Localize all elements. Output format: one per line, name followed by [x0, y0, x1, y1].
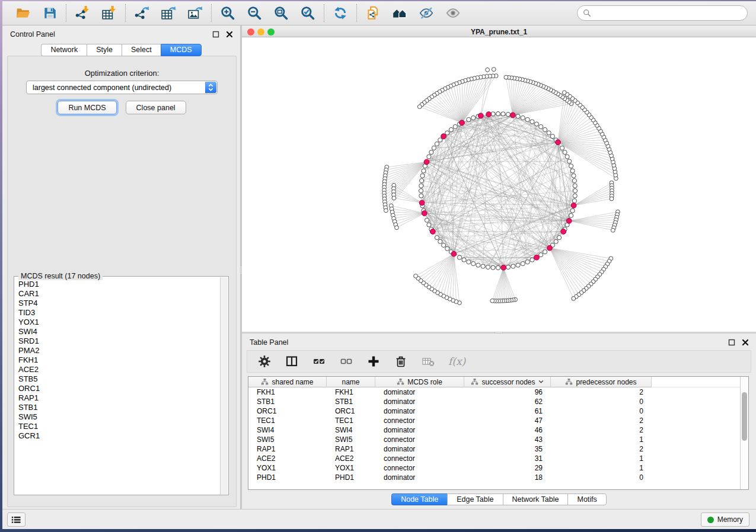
mcds-node-item[interactable]: ACE2 [18, 365, 228, 374]
close-table-panel-button[interactable] [742, 338, 750, 347]
table-cell[interactable]: ACE2 [327, 454, 375, 463]
table-row[interactable]: SWI4SWI4dominator462 [248, 425, 740, 435]
table-cell[interactable]: connector [375, 416, 464, 425]
import-network-button[interactable] [74, 5, 91, 21]
table-cell[interactable]: YOX1 [248, 463, 327, 473]
export-image-button[interactable] [187, 5, 203, 21]
table-cell[interactable]: dominator [375, 473, 464, 482]
table-cell[interactable]: YOX1 [327, 463, 375, 473]
table-cell[interactable]: 61 [464, 406, 551, 416]
add-button[interactable] [366, 354, 381, 369]
search-box[interactable] [577, 5, 748, 21]
float-table-panel-button[interactable] [728, 338, 736, 347]
network-graph[interactable] [242, 37, 756, 332]
table-cell[interactable]: STB1 [248, 397, 327, 406]
table-cell[interactable]: TEC1 [248, 416, 327, 425]
table-cell[interactable]: RAP1 [248, 444, 327, 454]
table-cell[interactable]: connector [375, 463, 464, 473]
table-cell[interactable]: 1 [551, 435, 652, 444]
table-cell[interactable]: 2 [551, 444, 652, 454]
table-cell[interactable]: connector [375, 454, 464, 463]
import-table-button[interactable] [101, 5, 117, 21]
column-header-successor-nodes[interactable]: successor nodes [464, 377, 551, 387]
zoom-out-button[interactable] [246, 5, 263, 21]
settings-gear-button[interactable] [257, 354, 272, 369]
tab-mcds[interactable]: MCDS [161, 44, 202, 56]
column-header-MCDS-role[interactable]: MCDS role [375, 377, 464, 387]
table-row[interactable]: RAP1RAP1dominator352 [248, 444, 740, 454]
table-row[interactable]: STB1STB1dominator620 [248, 397, 740, 406]
network-canvas[interactable] [242, 37, 756, 332]
table-cell[interactable]: SWI4 [327, 425, 375, 435]
table-cell[interactable]: PHD1 [248, 473, 327, 482]
table-cell[interactable]: 35 [464, 444, 551, 454]
close-panel-button[interactable] [226, 30, 234, 39]
run-mcds-button[interactable]: Run MCDS [58, 101, 116, 114]
table-row[interactable]: YOX1YOX1connector291 [248, 463, 740, 473]
mcds-node-item[interactable]: RAP1 [18, 393, 228, 403]
duplicate-network-button[interactable] [365, 5, 381, 21]
zoom-selected-button[interactable] [299, 5, 316, 21]
table-row[interactable]: PHD1PHD1dominator180 [248, 473, 740, 482]
table-row[interactable]: SWI5SWI5connector431 [248, 435, 740, 444]
tab-motifs[interactable]: Motifs [567, 493, 606, 505]
table-cell[interactable]: 0 [551, 406, 652, 416]
table-cell[interactable]: 29 [464, 463, 551, 473]
tab-node-table[interactable]: Node Table [391, 493, 447, 505]
table-cell[interactable]: 0 [551, 397, 652, 406]
table-cell[interactable]: 0 [551, 473, 652, 482]
table-cell[interactable]: PHD1 [327, 473, 375, 482]
table-cell[interactable]: 2 [551, 416, 652, 425]
table-cell[interactable]: SWI5 [327, 435, 375, 444]
table-cell[interactable]: 31 [464, 454, 551, 463]
table-row[interactable]: TEC1TEC1connector472 [248, 416, 740, 425]
table-cell[interactable]: 47 [464, 416, 551, 425]
table-cell[interactable]: RAP1 [327, 444, 375, 454]
export-table-button[interactable] [160, 5, 177, 21]
column-header-predecessor-nodes[interactable]: predecessor nodes [551, 377, 652, 387]
criterion-dropdown[interactable]: largest connected component (undirected) [26, 81, 218, 94]
table-cell[interactable]: ORC1 [248, 406, 327, 416]
close-window-button[interactable] [247, 28, 254, 36]
export-network-button[interactable] [133, 5, 150, 21]
tab-network[interactable]: Network [41, 44, 87, 56]
table-cell[interactable]: 18 [464, 473, 551, 482]
tab-network-table[interactable]: Network Table [503, 493, 568, 505]
tab-select[interactable]: Select [122, 44, 161, 56]
table-cell[interactable]: 1 [551, 454, 652, 463]
close-panel-action-button[interactable]: Close panel [126, 101, 186, 114]
mcds-node-item[interactable]: STP4 [18, 299, 228, 308]
mcds-node-item[interactable]: SRD1 [18, 336, 228, 346]
save-button[interactable] [42, 5, 58, 21]
table-scrollbar-thumb[interactable] [742, 392, 747, 441]
mcds-node-item[interactable]: TID3 [18, 308, 228, 318]
mcds-node-item[interactable]: YOX1 [18, 318, 228, 327]
table-cell[interactable]: 43 [464, 435, 551, 444]
show-all-button[interactable] [445, 5, 461, 21]
table-cell[interactable]: dominator [375, 406, 464, 416]
mcds-node-item[interactable]: SWI4 [18, 327, 228, 336]
delete-button[interactable] [393, 354, 409, 369]
search-input[interactable] [595, 9, 742, 17]
refresh-button[interactable] [332, 5, 349, 21]
tab-edge-table[interactable]: Edge Table [447, 493, 502, 505]
mcds-node-item[interactable]: FKH1 [18, 355, 228, 365]
first-neighbors-button[interactable] [391, 5, 408, 21]
table-cell[interactable]: 62 [464, 397, 551, 406]
memory-button[interactable]: Memory [701, 512, 749, 527]
mcds-node-item[interactable]: STB1 [18, 403, 228, 412]
table-cell[interactable]: 2 [551, 425, 652, 435]
table-cell[interactable]: SWI5 [248, 435, 327, 444]
open-button[interactable] [15, 5, 31, 21]
table-cell[interactable]: SWI4 [248, 425, 327, 435]
mcds-node-item[interactable]: TEC1 [18, 422, 228, 431]
mcds-node-item[interactable]: CAR1 [18, 289, 228, 299]
table-cell[interactable]: FKH1 [327, 387, 375, 397]
table-row[interactable]: ACE2ACE2connector311 [248, 454, 740, 463]
select-all-button[interactable] [311, 354, 327, 369]
hide-selected-button[interactable] [418, 5, 435, 21]
table-row[interactable]: ORC1ORC1dominator610 [248, 406, 740, 416]
table-cell[interactable]: STB1 [327, 397, 375, 406]
columns-button[interactable] [284, 354, 299, 369]
mcds-node-item[interactable]: SWI5 [18, 412, 228, 422]
